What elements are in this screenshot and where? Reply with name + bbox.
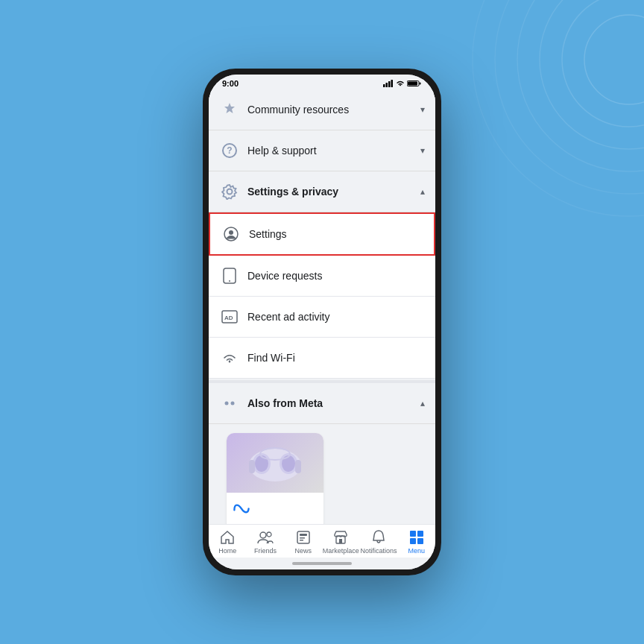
svg-rect-11 [420,83,421,85]
grid-cell-3 [410,538,416,544]
help-support-item[interactable]: ? Help & support ▾ [209,130,435,171]
meta-quest-image [227,433,323,493]
help-icon: ? [219,140,240,161]
status-bar: 9:00 [209,75,435,89]
friends-svg-icon [257,531,274,544]
find-wifi-label: Find Wi-Fi [247,352,425,364]
svg-rect-35 [300,540,303,541]
nav-notifications-label: Notifications [361,547,397,555]
notifications-icon [370,529,387,546]
news-svg-icon [296,530,311,545]
meta-dots-icon [221,395,238,411]
menu-grid-icon [410,531,423,544]
svg-point-1 [562,0,644,127]
community-icon [219,99,240,120]
svg-rect-27 [249,460,255,473]
phone-screen: 9:00 [209,75,435,569]
status-time: 9:00 [222,79,239,88]
signal-icon [383,80,394,87]
svg-point-3 [517,0,644,171]
settings-item[interactable]: Settings [209,212,435,256]
wifi-icon [396,80,405,87]
svg-rect-12 [408,82,417,86]
vr-headset-svg [238,439,312,487]
device-requests-item[interactable]: Device requests [209,256,435,297]
settings-label: Settings [249,228,423,240]
meta-quest-card[interactable]: Meta Quest Defy reality and distance wit… [227,433,323,524]
wifi-menu-svg-icon [221,351,238,364]
home-bar [292,562,352,565]
menu-icon [408,529,425,546]
nav-notifications[interactable]: Notifications [360,529,398,555]
status-icons [383,80,422,87]
community-resources-chevron: ▾ [420,104,425,115]
nav-marketplace[interactable]: Marketplace [322,529,360,555]
svg-rect-28 [295,460,301,473]
marketplace-icon [332,529,349,546]
svg-point-26 [282,455,295,472]
device-requests-label: Device requests [247,270,425,282]
phone-frame: 9:00 [203,69,441,575]
bell-svg-icon [372,530,385,545]
svg-point-4 [495,0,644,194]
svg-rect-33 [300,534,307,536]
grid-cell-4 [417,538,423,544]
settings-privacy-icon [219,181,240,202]
nav-news[interactable]: News [284,529,322,555]
svg-point-25 [255,455,268,472]
svg-rect-9 [391,80,394,87]
marketplace-svg-icon [333,530,348,545]
community-resources-item[interactable]: Community resources ▾ [209,89,435,130]
person-circle-icon [224,227,239,242]
settings-icon [221,224,242,244]
svg-rect-6 [383,84,385,87]
nav-friends[interactable]: Friends [247,529,285,555]
nav-menu[interactable]: Menu [397,529,435,555]
nav-news-label: News [294,547,312,555]
recent-ad-activity-item[interactable]: AD Recent ad activity [209,297,435,338]
svg-rect-7 [386,83,388,87]
svg-point-2 [540,0,644,149]
svg-point-30 [260,532,266,538]
home-icon [219,529,236,546]
help-support-chevron: ▾ [420,145,425,156]
nav-home-label: Home [218,547,236,555]
svg-point-0 [584,15,644,104]
recent-ad-icon: AD [219,306,240,327]
grid-cell-2 [417,531,423,537]
phone-icon [223,268,236,284]
news-icon [295,529,312,546]
settings-privacy-label: Settings & privacy [247,186,420,198]
svg-point-20 [225,402,229,405]
nav-marketplace-label: Marketplace [323,547,359,555]
home-svg-icon [220,530,235,545]
find-wifi-item[interactable]: Find Wi-Fi [209,338,435,379]
nav-menu-label: Menu [408,547,425,555]
recent-ad-activity-label: Recent ad activity [247,311,425,323]
ad-icon: AD [221,310,238,323]
meta-quest-section: Meta Quest Defy reality and distance wit… [209,424,435,524]
battery-icon [407,80,422,87]
also-from-meta-label: Also from Meta [247,397,420,409]
grid-cell-1 [410,531,416,537]
nav-home[interactable]: Home [209,529,247,555]
also-from-meta-header[interactable]: Also from Meta ▴ [209,380,435,424]
svg-point-31 [267,532,271,537]
also-from-meta-chevron: ▴ [420,398,425,408]
device-requests-icon [219,265,240,286]
svg-rect-8 [388,81,391,87]
nav-friends-label: Friends [254,547,277,555]
svg-point-21 [231,402,235,405]
meta-logo-icon [233,499,250,517]
svg-point-13 [227,189,233,195]
bottom-nav: Home Friends [209,524,435,558]
settings-privacy-header[interactable]: Settings & privacy ▴ [209,171,435,212]
wifi-menu-icon [219,347,240,368]
meta-quest-body: Meta Quest Defy reality and distance wit… [227,493,323,524]
svg-point-5 [473,0,644,216]
settings-privacy-chevron: ▴ [420,186,425,197]
meta-header-icon [219,393,240,414]
svg-point-15 [229,230,233,235]
svg-rect-37 [339,539,342,543]
home-indicator [209,558,435,569]
